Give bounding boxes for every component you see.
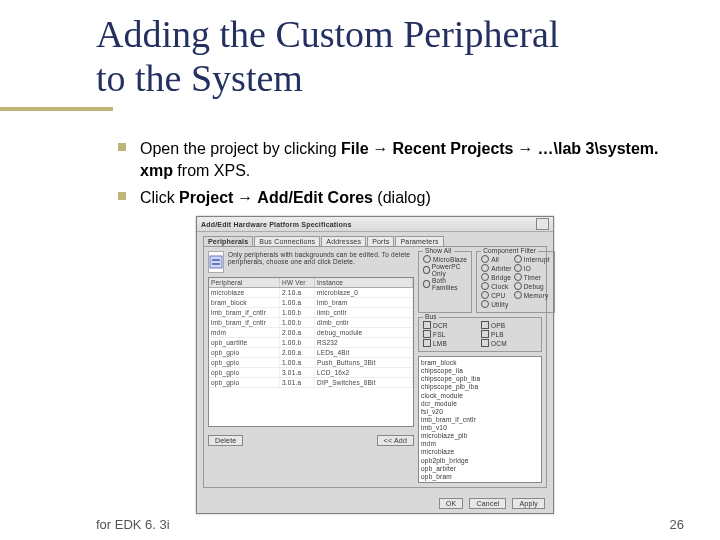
checkbox-icon	[481, 330, 489, 338]
bus-option[interactable]: PLB	[481, 330, 537, 338]
checkbox-icon	[481, 321, 489, 329]
tab-body: Only peripherals with backgrounds can be…	[203, 246, 547, 488]
svg-rect-2	[212, 263, 220, 265]
filter-option[interactable]: Bridge	[481, 273, 512, 281]
filter-label: Component Filter	[481, 247, 538, 254]
list-item[interactable]: opb2plb_bridge	[421, 457, 539, 465]
title-line-2: to the System	[96, 56, 559, 100]
list-item[interactable]: fsl_v20	[421, 408, 539, 416]
filter-option[interactable]: Clock	[481, 282, 512, 290]
bus-option[interactable]: OPB	[481, 321, 537, 329]
list-item[interactable]: microblaze	[421, 448, 539, 456]
dialog-buttons: OK Cancel Apply	[197, 494, 553, 515]
ok-button[interactable]: OK	[439, 498, 464, 509]
list-item[interactable]: dcr_module	[421, 400, 539, 408]
checkbox-icon	[481, 339, 489, 347]
list-item[interactable]: opb_bram	[421, 473, 539, 481]
filter-option[interactable]: Memory	[514, 291, 550, 299]
list-item[interactable]: opb_gpio	[421, 481, 539, 483]
filter-option[interactable]: Debug	[514, 282, 550, 290]
cancel-button[interactable]: Cancel	[469, 498, 506, 509]
menu-ref-file: File	[341, 140, 369, 157]
dialog-title-text: Add/Edit Hardware Platform Specification…	[201, 221, 352, 228]
close-icon[interactable]	[536, 218, 549, 230]
arrow-icon: →	[369, 138, 393, 160]
col-header-instance[interactable]: Instance	[315, 278, 413, 287]
action-row: Delete << Add	[208, 435, 414, 446]
accent-bar	[0, 107, 113, 111]
list-item[interactable]: mdm	[421, 440, 539, 448]
peripheral-table[interactable]: Peripheral HW Ver Instance microblaze2.1…	[208, 277, 414, 427]
table-row[interactable]: opb_gpio3.01.aLCD_16x2	[209, 368, 413, 378]
bus-label: Bus	[423, 313, 439, 320]
table-row[interactable]: lmb_bram_if_cntlr1.00.bdlmb_cntlr	[209, 318, 413, 328]
bullet-list: Open the project by clicking File→Recent…	[118, 138, 672, 215]
list-item[interactable]: lmb_v10	[421, 424, 539, 432]
bullet-item: Open the project by clicking File→Recent…	[118, 138, 672, 181]
filter-option[interactable]: Utility	[481, 300, 512, 308]
list-item[interactable]: microblaze_plb	[421, 432, 539, 440]
menu-ref-project: Project	[179, 189, 233, 206]
filter-option[interactable]: All	[481, 255, 512, 263]
filter-option[interactable]: Timer	[514, 273, 550, 281]
tab-parameters[interactable]: Parameters	[395, 236, 443, 246]
show-option[interactable]: PowerPC Only	[423, 263, 467, 277]
bus-option[interactable]: OCM	[481, 339, 537, 347]
filter-option[interactable]: Interrupt	[514, 255, 550, 263]
tabs-row: Peripherals Bus Connections Addresses Po…	[197, 232, 553, 246]
tab-addresses[interactable]: Addresses	[321, 236, 366, 246]
list-item[interactable]: lmb_bram_if_cntlr	[421, 416, 539, 424]
table-row[interactable]: opb_gpio1.00.aPush_Buttons_3Bit	[209, 358, 413, 368]
dialog-title-bar: Add/Edit Hardware Platform Specification…	[197, 217, 553, 232]
table-row[interactable]: opb_uartlite1.00.bRS232	[209, 338, 413, 348]
list-item[interactable]: chipscope_opb_iba	[421, 375, 539, 383]
title-line-1: Adding the Custom Peripheral	[96, 12, 559, 56]
table-row[interactable]: bram_block1.00.almb_bram	[209, 298, 413, 308]
svg-rect-0	[210, 256, 222, 268]
delete-button[interactable]: Delete	[208, 435, 243, 446]
radio-icon	[481, 282, 489, 290]
component-list[interactable]: bram_block chipscope_ila chipscope_opb_i…	[418, 356, 542, 483]
text-span: from XPS.	[173, 162, 250, 179]
bullet-text: Open the project by clicking File→Recent…	[140, 138, 672, 181]
bus-group: Bus DCR OPB FSL PLB LMB OCM	[418, 317, 542, 352]
table-row[interactable]: microblaze2.10.amicroblaze_0	[209, 288, 413, 298]
table-row[interactable]: opb_gpio2.00.aLEDs_4Bit	[209, 348, 413, 358]
svg-rect-1	[212, 259, 220, 261]
radio-icon	[423, 280, 430, 288]
table-row[interactable]: opb_gpio3.01.aDIP_Switches_8Bit	[209, 378, 413, 388]
radio-icon	[514, 255, 522, 263]
dialog-add-edit-cores: Add/Edit Hardware Platform Specification…	[196, 216, 554, 514]
bullet-item: Click Project→Add/Edit Cores (dialog)	[118, 187, 672, 209]
add-button[interactable]: << Add	[377, 435, 414, 446]
list-item[interactable]: chipscope_plb_iba	[421, 383, 539, 391]
show-option[interactable]: Both Families	[423, 277, 467, 291]
col-header-peripheral[interactable]: Peripheral	[209, 278, 280, 287]
list-item[interactable]: clock_module	[421, 392, 539, 400]
tab-peripherals[interactable]: Peripherals	[203, 236, 253, 246]
tab-ports[interactable]: Ports	[367, 236, 394, 246]
table-row[interactable]: mdm2.00.adebug_module	[209, 328, 413, 338]
filter-option[interactable]: CPU	[481, 291, 512, 299]
text-span: (dialog)	[373, 189, 431, 206]
bus-option[interactable]: FSL	[423, 330, 479, 338]
filter-option[interactable]: IO	[514, 264, 550, 272]
show-option[interactable]: MicroBlaze	[423, 255, 467, 263]
apply-button[interactable]: Apply	[512, 498, 545, 509]
list-item[interactable]: chipscope_ila	[421, 367, 539, 375]
filter-option[interactable]: Arbiter	[481, 264, 512, 272]
right-column: Show All MicroBlaze PowerPC Only Both Fa…	[418, 251, 542, 483]
radio-icon	[423, 266, 430, 274]
radio-icon	[481, 273, 489, 281]
radio-icon	[481, 291, 489, 299]
list-item[interactable]: bram_block	[421, 359, 539, 367]
col-header-hwver[interactable]: HW Ver	[280, 278, 315, 287]
list-item[interactable]: opb_arbiter	[421, 465, 539, 473]
tab-bus-connections[interactable]: Bus Connections	[254, 236, 320, 246]
filter-group: Component Filter All Interrupt Arbiter I…	[476, 251, 555, 313]
bus-option[interactable]: DCR	[423, 321, 479, 329]
radio-icon	[514, 282, 522, 290]
table-row[interactable]: lmb_bram_if_cntlr1.00.bilmb_cntlr	[209, 308, 413, 318]
radio-icon	[481, 264, 489, 272]
bus-option[interactable]: LMB	[423, 339, 479, 347]
